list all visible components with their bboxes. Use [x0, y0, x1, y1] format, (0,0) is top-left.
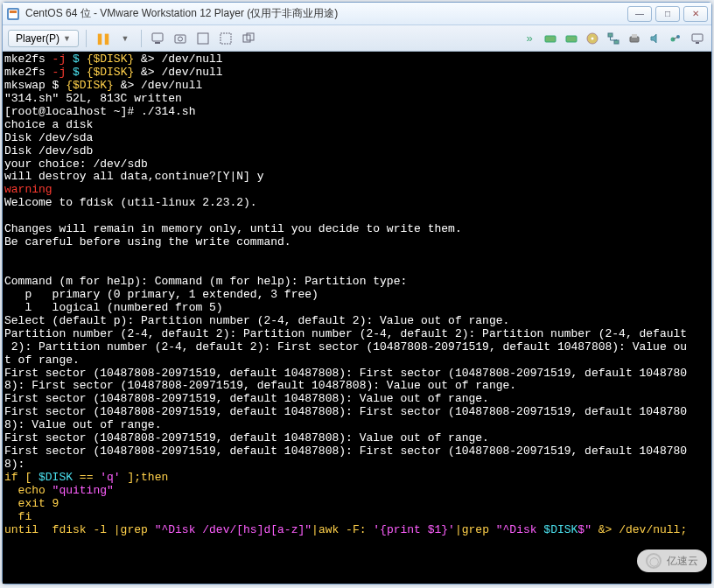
- svg-rect-7: [198, 33, 208, 44]
- svg-point-14: [592, 37, 594, 39]
- terminal-line: mke2fs -j $ {$DISK} &> /dev/null: [4, 66, 223, 79]
- terminal-line: 8): Value out of range.: [4, 418, 161, 431]
- power-dropdown-icon[interactable]: ▼: [116, 30, 134, 47]
- terminal-line: Be careful before using the write comman…: [4, 235, 291, 248]
- terminal-line: Disk /dev/sdb: [4, 144, 93, 158]
- svg-rect-16: [614, 40, 619, 44]
- terminal-line: [root@localhost ~]# ./314.sh: [4, 105, 195, 118]
- titlebar[interactable]: CentOS 64 位 - VMware Workstation 12 Play…: [3, 3, 711, 25]
- vmware-icon: [6, 7, 20, 21]
- svg-rect-12: [566, 36, 577, 42]
- terminal-line: 2): Partition number (2-4, default 2): F…: [4, 340, 687, 354]
- terminal-line: choice a disk: [4, 118, 93, 131]
- close-button[interactable]: ✕: [683, 6, 708, 22]
- terminal-line: if [ $DISK == 'q' ];then: [4, 471, 168, 484]
- terminal-line: Changes will remain in memory only, unti…: [4, 222, 462, 235]
- terminal-line: t of range.: [4, 354, 80, 367]
- unity-button[interactable]: [240, 30, 257, 47]
- terminal-line: Select (default p): Partition number (2-…: [4, 314, 509, 327]
- minimize-button[interactable]: —: [627, 6, 652, 22]
- terminal-line: 8): First sector (10487808-20971519, def…: [4, 379, 516, 392]
- watermark: ◯ 亿速云: [637, 550, 707, 572]
- svg-rect-22: [696, 42, 699, 44]
- terminal-line: will destroy all data,continue?[Y|N] y: [4, 170, 263, 183]
- separator: [141, 30, 142, 47]
- send-ctrl-alt-del-button[interactable]: [149, 30, 166, 47]
- terminal-line: Disk /dev/sda: [4, 131, 93, 144]
- terminal-line: First sector (10487808-20971519, default…: [4, 367, 687, 380]
- usb-device-icon[interactable]: [668, 30, 685, 47]
- cd-device-icon[interactable]: [584, 30, 601, 47]
- terminal-line: First sector (10487808-20971519, default…: [4, 405, 687, 418]
- svg-rect-3: [152, 33, 163, 41]
- terminal-line: echo "quiting": [4, 484, 114, 497]
- svg-rect-18: [632, 34, 637, 38]
- display-device-icon[interactable]: [689, 30, 706, 47]
- player-menu-label: Player(P): [16, 32, 60, 45]
- svg-rect-4: [155, 42, 160, 44]
- terminal-line: mkswap $ {$DISK} &> /dev/null: [4, 79, 202, 92]
- pause-icon: ❚❚: [95, 32, 109, 45]
- terminal-line: First sector (10487808-20971519, default…: [4, 392, 489, 405]
- pause-button[interactable]: ❚❚: [94, 30, 111, 47]
- terminal-line: exit 9: [4, 497, 59, 510]
- svg-rect-5: [175, 35, 186, 43]
- terminal-line: First sector (10487808-20971519, default…: [4, 431, 489, 444]
- hard-disk-device-icon-2[interactable]: [563, 30, 580, 47]
- app-window: CentOS 64 位 - VMware Workstation 12 Play…: [2, 2, 712, 584]
- maximize-button[interactable]: □: [655, 6, 680, 22]
- terminal-line: p primary (0 primary, 1 extended, 3 free…: [4, 288, 318, 301]
- toolbar: Player(P) ▼ ❚❚ ▼ »: [3, 25, 711, 52]
- network-device-icon[interactable]: [605, 30, 622, 47]
- terminal-line: Welcome to fdisk (util-linux 2.23.2).: [4, 196, 257, 209]
- svg-rect-2: [10, 10, 17, 13]
- svg-rect-11: [545, 36, 556, 42]
- terminal-line: "314.sh" 52L, 813C written: [4, 92, 182, 105]
- printer-device-icon[interactable]: [626, 30, 643, 47]
- chevron-down-icon: ▼: [63, 34, 71, 43]
- watermark-icon: ◯: [646, 553, 662, 569]
- terminal-line: until fdisk -l |grep "^Disk /dev/[hs]d[a…: [4, 523, 687, 536]
- separator: [86, 30, 87, 47]
- terminal[interactable]: mke2fs -j $ {$DISK} &> /dev/null mke2fs …: [3, 52, 711, 584]
- more-devices-icon[interactable]: »: [521, 30, 538, 47]
- fullscreen-button[interactable]: [194, 30, 212, 47]
- watermark-text: 亿速云: [667, 554, 698, 569]
- window-title: CentOS 64 位 - VMware Workstation 12 Play…: [25, 6, 627, 21]
- terminal-line: fi: [4, 510, 32, 523]
- terminal-line: Partition number (2-4, default 2): Parti…: [4, 327, 687, 340]
- terminal-line: your choice: /dev/sdb: [4, 158, 148, 171]
- svg-rect-21: [692, 34, 703, 41]
- terminal-line: l logical (numbered from 5): [4, 301, 223, 314]
- terminal-line: mke2fs -j $ {$DISK} &> /dev/null: [4, 52, 223, 66]
- terminal-line: warning: [4, 183, 52, 196]
- player-menu-button[interactable]: Player(P) ▼: [8, 30, 79, 47]
- terminal-line: First sector (10487808-20971519, default…: [4, 444, 687, 458]
- snapshot-button[interactable]: [172, 30, 189, 47]
- hard-disk-device-icon[interactable]: [542, 30, 559, 47]
- terminal-line: 8):: [4, 458, 24, 471]
- terminal-line: Command (m for help): Command (m for hel…: [4, 275, 407, 288]
- svg-point-6: [178, 37, 182, 41]
- svg-rect-15: [608, 33, 612, 37]
- sound-device-icon[interactable]: [647, 30, 664, 47]
- svg-rect-8: [220, 33, 231, 44]
- fit-guest-button[interactable]: [217, 30, 234, 47]
